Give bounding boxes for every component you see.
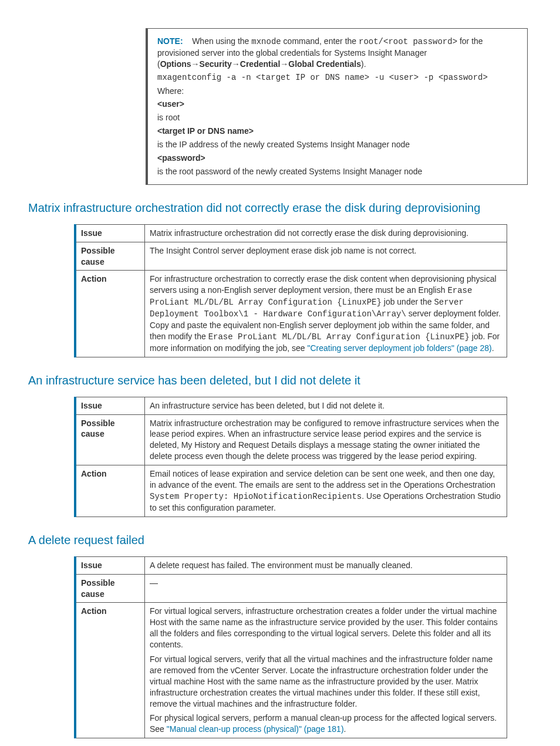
s3-action: For virtual logical servers, infrastruct… [145,603,507,738]
s3-issue: A delete request has failed. The environ… [145,556,507,574]
row-label-cause: Possible cause [75,242,145,271]
table-erase-disk: Issue Matrix infrastructure orchestratio… [74,224,507,357]
s1-cause: The Insight Control server deployment er… [145,242,507,271]
s2-action: Email notices of lease expiration and se… [145,465,507,517]
section-title-deleted: An infrastructure service has been delet… [28,373,532,389]
note-root: root/<root password> [359,37,457,46]
note-prefix: NOTE: [157,36,183,46]
row-label-issue: Issue [75,224,145,242]
row-label-cause: Possible cause [75,574,145,603]
row-label-action: Action [75,603,145,738]
s1-a-end: . [492,343,494,353]
s3-p2: For virtual logical servers, verify that… [150,654,502,709]
s1-action: For infrastructure orchestration to corr… [145,271,507,357]
note-pwd-label: <password> [157,153,518,164]
note-target-desc: is the IP address of the newly created S… [157,139,518,150]
row-label-issue: Issue [75,397,145,414]
note-text-1b: command, enter the [284,36,359,46]
s3-p3-link[interactable]: "Manual clean-up process (physical)" (pa… [167,724,344,734]
s2-cause: Matrix infrastructure orchestration may … [145,414,507,465]
table-deleted: Issue An infrastructure service has been… [74,397,507,517]
s1-issue: Matrix infrastructure orchestration did … [145,224,507,242]
s3-cause: — [145,574,507,603]
s3-p3b: . [344,724,346,734]
row-label-issue: Issue [75,556,145,574]
s2-issue: An infrastructure service has been delet… [145,397,507,414]
s3-p1: For virtual logical servers, infrastruct… [150,606,502,650]
note-box: NOTE: When using the mxnode command, ent… [146,28,528,185]
note-cmd-mxnode: mxnode [251,37,281,46]
row-label-action: Action [75,465,145,517]
row-label-action: Action [75,271,145,357]
note-text-1d: ). [361,59,366,69]
note-pwd-desc: is the root password of the newly create… [157,166,518,177]
s1-a-mid1: job under the [382,297,434,306]
note-path: Options→Security→Credential→Global Crede… [160,59,361,69]
note-where: Where: [157,86,518,97]
note-user-label: <user> [157,99,518,110]
table-delete-failed: Issue A delete request has failed. The e… [74,556,507,738]
section-title-delete-failed: A delete request failed [28,532,532,548]
s1-a-m3: Erase ProLiant ML/DL/BL Array Configurat… [208,332,470,342]
s2-a-m1: System Property: HpioNotificationRecipie… [150,492,362,501]
note-text-1a: When using the [192,36,251,46]
s1-a-pre: For infrastructure orchestration to corr… [150,274,497,295]
note-command-line: mxagentconfig -a -n <target IP or DNS na… [157,72,518,83]
s2-a-pre: Email notices of lease expiration and se… [150,469,495,490]
s1-a-link[interactable]: "Creating server deployment job folders"… [307,343,491,353]
note-target-label: <target IP or DNS name> [157,126,518,137]
section-title-erase-disk: Matrix infrastructure orchestration did … [28,200,532,216]
row-label-cause: Possible cause [75,414,145,465]
note-user-desc: is root [157,112,518,123]
